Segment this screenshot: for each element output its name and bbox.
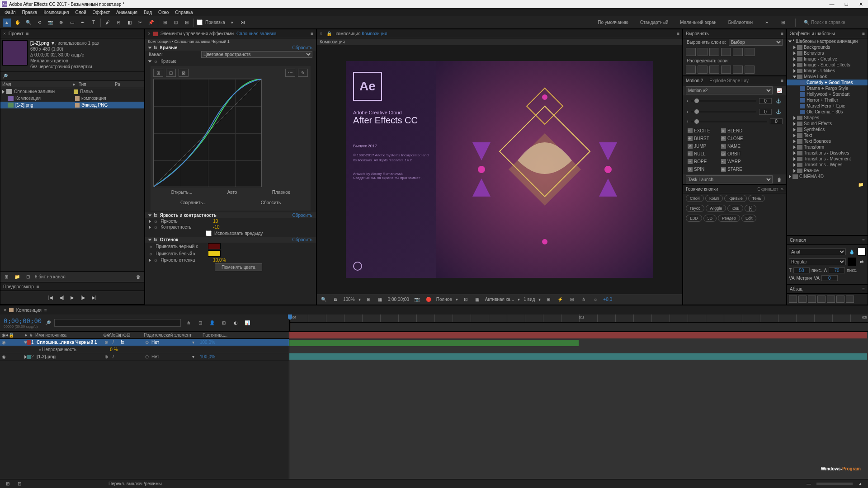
channel-select[interactable]: Цветовое пространств: [201, 51, 312, 58]
tree-folder[interactable]: Shapes: [787, 115, 868, 121]
motion-stare[interactable]: ◉STARE: [719, 166, 752, 173]
motion-clone[interactable]: ⊕CLONE: [719, 135, 752, 142]
motion-jump[interactable]: ↗JUMP: [686, 143, 718, 150]
curves-reset[interactable]: Сбросить: [257, 199, 284, 206]
bpc-label[interactable]: 8 бит на канал: [35, 274, 66, 279]
roi-icon[interactable]: ⊡: [462, 296, 470, 304]
curves-pencil-icon[interactable]: ✎: [298, 69, 308, 77]
fx-reset-link[interactable]: Сбросить: [292, 45, 312, 50]
slider-in[interactable]: [691, 100, 756, 102]
graph-icon[interactable]: 📈: [775, 86, 783, 94]
curves-auto[interactable]: Авто: [224, 189, 241, 196]
restore-button[interactable]: □: [841, 1, 852, 7]
workspace-libraries[interactable]: Библиотеки: [726, 19, 755, 26]
motion-orbit[interactable]: ◎ORBIT: [719, 150, 752, 157]
exposure-value[interactable]: +0,0: [603, 297, 612, 302]
slider-out[interactable]: [691, 111, 756, 113]
eyedropper-icon[interactable]: 💧: [848, 248, 856, 256]
curves-mode-icon[interactable]: ⊞: [153, 69, 163, 77]
graph-editor-icon[interactable]: 📊: [243, 319, 251, 327]
pill-wiggle[interactable]: Wiggle: [706, 205, 726, 212]
pill-bracket[interactable]: [-]: [745, 205, 756, 212]
dist-icon[interactable]: [709, 66, 719, 74]
layer-property-row[interactable]: ☼ Непрозрачность 0 %: [0, 346, 289, 353]
stroke-color[interactable]: [848, 258, 856, 266]
pan-behind-tool-icon[interactable]: ⊕: [57, 19, 65, 27]
workspace-standard[interactable]: Стандартный: [638, 19, 670, 26]
zoom-tool-icon[interactable]: 🔍: [24, 19, 33, 27]
pill-shadow[interactable]: Тень: [748, 195, 765, 202]
legacy-checkbox[interactable]: [206, 230, 212, 236]
zoom-in-icon[interactable]: ▲: [856, 480, 864, 488]
panel-menu-icon[interactable]: ≡: [781, 78, 783, 83]
timeline-tracks[interactable]: [289, 332, 868, 479]
brightness-value[interactable]: 10: [213, 219, 218, 224]
tree-root[interactable]: *Шаблоны настроек анимации: [787, 38, 868, 44]
frame-blend-icon[interactable]: ⊞: [220, 319, 228, 327]
effect-layer-link[interactable]: Сплошная заливка: [236, 31, 276, 36]
layer-bar[interactable]: [289, 353, 867, 360]
motion-excite[interactable]: +EXCITE: [686, 127, 718, 134]
anchor-icon[interactable]: ⚓: [774, 108, 783, 116]
paragraph-tab[interactable]: Абзац: [790, 286, 802, 291]
local-axis-icon[interactable]: ⊞: [161, 19, 169, 27]
zoom-value[interactable]: 100%: [343, 297, 355, 302]
menu-effect[interactable]: Эффект: [90, 9, 113, 16]
project-row[interactable]: Композиция композиция: [0, 95, 144, 102]
dist-icon[interactable]: [733, 66, 743, 74]
display-icon[interactable]: 🖥: [331, 296, 340, 304]
anchor-icon[interactable]: ⚓: [774, 97, 783, 105]
tree-folder[interactable]: Movie Look: [787, 74, 868, 80]
curves-smooth[interactable]: Плавное: [269, 189, 294, 196]
brush-tool-icon[interactable]: 🖌: [104, 19, 112, 27]
tree-folder[interactable]: Behaviors: [787, 50, 868, 56]
col-name[interactable]: Имя: [2, 82, 72, 87]
tracking-input[interactable]: [821, 275, 838, 281]
leading-input[interactable]: [829, 267, 845, 273]
workspace-default[interactable]: По умолчанию: [596, 19, 630, 26]
new-bin-icon[interactable]: 📁: [857, 180, 865, 188]
align-vcenter-icon[interactable]: [733, 48, 743, 56]
minimize-button[interactable]: —: [826, 1, 837, 7]
motion-tab[interactable]: Motion 2: [686, 78, 703, 83]
fx-tint-name[interactable]: Оттенок: [160, 237, 178, 242]
task-launch-select[interactable]: Task Launch: [686, 175, 773, 183]
layer-row[interactable]: ◉ 1 Сплошна...ливка Черный 1 ⊕/fx ⊙Нет▾ …: [0, 339, 289, 346]
curves-open[interactable]: Открыть...: [167, 189, 196, 196]
hand-tool-icon[interactable]: ✋: [14, 19, 22, 27]
align-center-icon[interactable]: [798, 296, 807, 303]
pill-e3d[interactable]: E3D: [686, 215, 702, 222]
align-right-icon[interactable]: [709, 48, 719, 56]
panel-menu-icon[interactable]: ≡: [862, 286, 865, 291]
prev-frame-icon[interactable]: ◀|: [57, 294, 66, 302]
panel-menu-icon[interactable]: ≡: [862, 31, 865, 36]
align-left-icon[interactable]: [789, 296, 797, 303]
play-icon[interactable]: ▶: [68, 294, 76, 302]
toggle-switches-label[interactable]: Перекл. выключ./режимы: [108, 481, 162, 486]
pill-comp[interactable]: Комп: [705, 195, 723, 202]
puppet-tool-icon[interactable]: 📌: [147, 19, 155, 27]
menu-layer[interactable]: Слой: [72, 9, 89, 16]
shape-tool-icon[interactable]: ▭: [68, 19, 76, 27]
timeline-search-input[interactable]: [54, 319, 181, 327]
snapping-checkbox[interactable]: [197, 19, 203, 25]
color-swatch-black[interactable]: [208, 243, 221, 249]
fast-preview-icon[interactable]: ⚡: [556, 296, 564, 304]
camera-tool-icon[interactable]: 📷: [46, 19, 54, 27]
shy-icon[interactable]: 👤: [208, 319, 216, 327]
tree-folder[interactable]: Image - Creative: [787, 56, 868, 62]
orbit-tool-icon[interactable]: ⟲: [35, 19, 43, 27]
pill-layer[interactable]: Слой: [686, 195, 704, 202]
next-frame-icon[interactable]: |▶: [79, 294, 87, 302]
panel-menu-icon[interactable]: ≡: [26, 31, 29, 36]
tree-folder[interactable]: Image - Utilities: [787, 68, 868, 74]
tree-folder[interactable]: Sound Effects: [787, 121, 868, 127]
contrast-value[interactable]: -10: [213, 225, 219, 230]
goto-start-icon[interactable]: |◀: [47, 294, 55, 302]
tree-folder[interactable]: Transitions - Wipes: [787, 162, 868, 168]
pill-3d[interactable]: 3D: [703, 215, 717, 222]
goto-end-icon[interactable]: ▶|: [90, 294, 98, 302]
grid-icon[interactable]: ▦: [376, 296, 384, 304]
timeline-icon[interactable]: ⊟: [568, 296, 576, 304]
fx-curves-name[interactable]: Кривые: [160, 45, 178, 50]
